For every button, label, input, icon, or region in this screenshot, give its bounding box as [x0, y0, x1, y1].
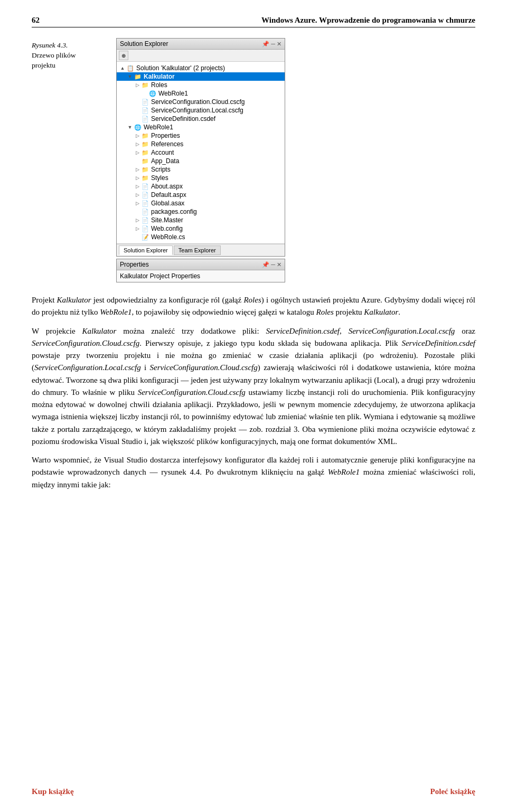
site-master-icon: 📄: [141, 216, 149, 224]
prop-pin-icon[interactable]: 📌: [262, 261, 269, 268]
properties-title: Properties: [120, 261, 149, 268]
account-label: Account: [151, 149, 174, 156]
solution-explorer-titlebar: Solution Explorer 📌 ─ ✕: [117, 39, 285, 50]
tree-item-scripts[interactable]: ▷ 📁 Scripts: [117, 165, 285, 174]
appdata-icon: 📁: [141, 157, 149, 165]
tree-item-appdata[interactable]: 📁 App_Data: [117, 157, 285, 165]
global-asax-label: Global.asax: [151, 200, 184, 207]
roles-icon: 📁: [141, 81, 149, 89]
tree-item-roles[interactable]: ▷ 📁 Roles: [117, 81, 285, 89]
prop-minimize-icon[interactable]: ─: [271, 261, 275, 268]
body-text: Projekt Kalkulator jest odpowiedzialny z…: [32, 294, 475, 491]
webrole1-project-icon: 🌐: [134, 124, 142, 131]
tree-item-cloud-cscfg[interactable]: 📄 ServiceConfiguration.Cloud.cscfg: [117, 98, 285, 106]
italic-kalkulator-3: Kalkulator: [82, 327, 116, 335]
italic-local-cscfg-text: ServiceConfiguration.Local.cscfg: [349, 327, 455, 335]
page-number: 62: [32, 16, 40, 25]
arrow-solution: ▲: [119, 65, 126, 71]
titlebar-controls: 📌 ─ ✕: [262, 41, 281, 48]
tree-item-references[interactable]: ▷ 📁 References: [117, 140, 285, 148]
tree-item-packages-config[interactable]: 📄 packages.config: [117, 207, 285, 216]
prop-close-icon[interactable]: ✕: [277, 261, 281, 268]
minimize-icon[interactable]: ─: [271, 41, 275, 48]
figure-caption: Rysunek 4.3. Drzewo plików projektu: [32, 38, 100, 71]
arrow-site-master: ▷: [134, 218, 141, 223]
page-title: Windows Azure. Wprowadzenie do programow…: [261, 16, 475, 25]
arrow-default-aspx: ▷: [134, 192, 141, 197]
tree-item-account[interactable]: ▷ 📁 Account: [117, 148, 285, 157]
arrow-references: ▷: [134, 141, 141, 147]
tree-item-properties[interactable]: ▷ 📁 Properties: [117, 131, 285, 140]
properties-controls: 📌 ─ ✕: [262, 261, 281, 268]
tree-item-web-config[interactable]: ▷ 📄 Web.config: [117, 224, 285, 233]
solution-explorer-window[interactable]: Solution Explorer 📌 ─ ✕ ⊕ ▲ 📋: [116, 38, 285, 257]
arrow-styles: ▷: [134, 175, 141, 181]
references-label: References: [151, 140, 183, 148]
local-cscfg-label: ServiceConfiguration.Local.cscfg: [151, 107, 243, 114]
paragraph-2: W projekcie Kalkulator można znaleźć trz…: [32, 325, 475, 448]
pin-icon[interactable]: 📌: [262, 41, 269, 48]
tree-item-webrole1-project[interactable]: ▼ 🌐 WebRole1: [117, 123, 285, 131]
packages-config-label: packages.config: [151, 208, 197, 215]
page-footer: Kup książkę Poleć książkę: [32, 787, 475, 796]
figure-area: Rysunek 4.3. Drzewo plików projektu Solu…: [32, 38, 475, 282]
local-cscfg-icon: 📄: [141, 107, 149, 114]
buy-book-link[interactable]: Kup książkę: [32, 787, 74, 796]
arrow-properties: ▷: [134, 133, 141, 138]
close-icon[interactable]: ✕: [277, 41, 281, 48]
solution-explorer-title: Solution Explorer: [120, 40, 168, 48]
italic-kalkulator-2: Kalkulator: [364, 308, 398, 316]
italic-cloud-cscfg-text: ServiceConfiguration.Cloud.cscfg: [32, 339, 139, 347]
toolbar-btn-1[interactable]: ⊕: [119, 51, 128, 60]
tree-item-solution[interactable]: ▲ 📋 Solution 'Kalkulator' (2 projects): [117, 64, 285, 72]
account-icon: 📁: [141, 149, 149, 156]
about-aspx-icon: 📄: [141, 183, 149, 190]
arrow-web-config: ▷: [134, 226, 141, 231]
cloud-cscfg-label: ServiceConfiguration.Cloud.cscfg: [151, 98, 245, 106]
solution-icon: 📋: [126, 64, 135, 72]
web-config-icon: 📄: [141, 225, 149, 232]
tree-item-csdef[interactable]: 📄 ServiceDefinition.csdef: [117, 115, 285, 123]
webrole-cs-icon: 📝: [141, 233, 149, 241]
arrow-kalkulator: ▼: [126, 74, 134, 79]
solution-label: Solution 'Kalkulator' (2 projects): [136, 64, 225, 72]
tree-item-default-aspx[interactable]: ▷ 📄 Default.aspx: [117, 191, 285, 199]
recommend-book-link[interactable]: Poleć książkę: [430, 787, 475, 796]
properties-value: Kalkulator Project Properties: [120, 272, 200, 280]
roles-label: Roles: [151, 81, 167, 89]
webrole-cs-label: WebRole.cs: [151, 233, 185, 241]
tree-item-about-aspx[interactable]: ▷ 📄 About.aspx: [117, 182, 285, 191]
scripts-label: Scripts: [151, 166, 171, 173]
properties-content: Kalkulator Project Properties: [117, 270, 285, 282]
solution-explorer-tabbar: Solution Explorer Team Explorer: [117, 244, 285, 256]
arrow-webrole1-project: ▼: [126, 125, 134, 130]
tree-item-global-asax[interactable]: ▷ 📄 Global.asax: [117, 199, 285, 207]
italic-cloud-cscfg-3: ServiceConfiguration.Cloud.cscfg: [138, 388, 246, 396]
kalkulator-label: Kalkulator: [144, 73, 175, 80]
figure-number: Rysunek 4.3.: [32, 41, 100, 51]
tab-solution-explorer[interactable]: Solution Explorer: [119, 246, 173, 255]
tab-team-explorer[interactable]: Team Explorer: [174, 246, 221, 255]
web-config-label: Web.config: [151, 225, 183, 232]
properties-label: Properties: [151, 132, 180, 139]
tree-item-webrole1-roles[interactable]: 🌐 WebRole1: [117, 89, 285, 98]
italic-local-cscfg-2: ServiceConfiguration.Local.cscfg: [34, 363, 141, 372]
italic-roles-2: Roles: [316, 308, 334, 316]
references-icon: 📁: [141, 140, 149, 148]
arrow-about-aspx: ▷: [134, 184, 141, 189]
tree-item-webrole-cs[interactable]: 📝 WebRole.cs: [117, 233, 285, 241]
solution-explorer-toolbar: ⊕: [117, 50, 285, 62]
webrole1-roles-label: WebRole1: [158, 90, 188, 97]
webrole1-project-label: WebRole1: [144, 124, 173, 131]
page-header: 62 Windows Azure. Wprowadzenie do progra…: [32, 16, 475, 27]
properties-icon: 📁: [141, 132, 149, 139]
italic-servicedef-2: ServiceDefinition.csdef: [401, 339, 475, 347]
tree-item-local-cscfg[interactable]: 📄 ServiceConfiguration.Local.cscfg: [117, 106, 285, 115]
tree-item-kalkulator[interactable]: ▼ 📁 Kalkulator: [117, 72, 285, 81]
tree-item-site-master[interactable]: ▷ 📄 Site.Master: [117, 216, 285, 224]
default-aspx-icon: 📄: [141, 191, 149, 199]
csdef-label: ServiceDefinition.csdef: [151, 115, 215, 122]
italic-webrole1: WebRole1: [100, 308, 132, 316]
properties-titlebar: Properties 📌 ─ ✕: [117, 259, 285, 270]
tree-item-styles[interactable]: ▷ 📁 Styles: [117, 174, 285, 182]
